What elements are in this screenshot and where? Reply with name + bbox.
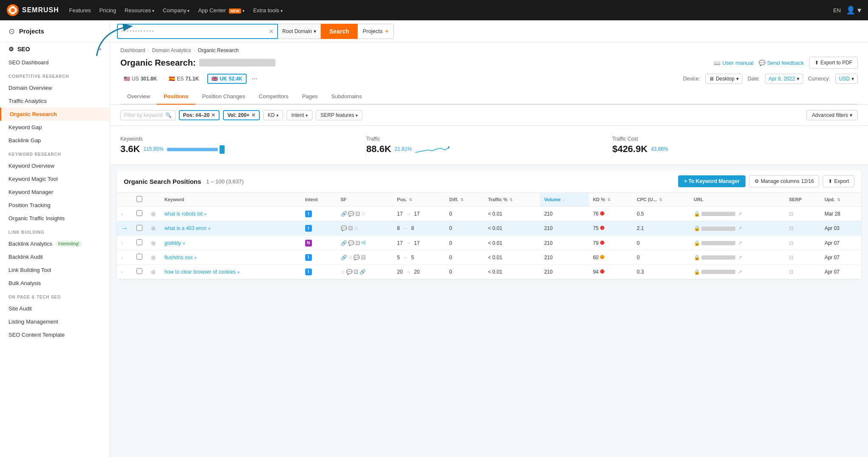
image-icon[interactable]: 🖼 xyxy=(361,255,366,260)
add-keyword-icon[interactable]: ⊕ xyxy=(151,254,156,261)
tab-positions[interactable]: Positions xyxy=(157,89,195,105)
serp-icon[interactable]: ⊡ xyxy=(789,225,793,231)
image-icon[interactable]: 🖼 xyxy=(353,269,359,275)
chip-vol-close[interactable]: ✕ xyxy=(251,112,256,118)
comment-icon[interactable]: 💬 xyxy=(341,225,347,231)
serp-icon[interactable]: ⊡ xyxy=(789,240,793,246)
link-icon[interactable]: 🔗 xyxy=(341,211,347,217)
sidebar-item-domain-overview[interactable]: Domain Overview xyxy=(0,81,110,94)
select-all-checkbox[interactable] xyxy=(136,196,142,202)
sidebar-item-traffic-analytics[interactable]: Traffic Analytics xyxy=(0,94,110,108)
add-keyword-icon[interactable]: ⊕ xyxy=(151,269,156,275)
comment-icon[interactable]: 💬 xyxy=(346,269,353,275)
serp-icon[interactable]: ⊡ xyxy=(789,269,793,275)
sidebar-item-backlink-audit[interactable]: Backlink Audit xyxy=(0,250,110,263)
nav-company[interactable]: Company xyxy=(163,7,189,14)
language-selector[interactable]: EN xyxy=(833,7,841,14)
comment-icon[interactable]: 💬 xyxy=(348,240,354,246)
image-icon[interactable]: 🖼 xyxy=(348,225,353,231)
sidebar-item-backlink-gap[interactable]: Backlink Gap xyxy=(0,134,110,147)
sidebar-item-seo-content-template[interactable]: SEO Content Template xyxy=(0,328,110,341)
more-countries-button[interactable]: ··· xyxy=(252,75,257,83)
tab-position-changes[interactable]: Position Changes xyxy=(195,89,252,105)
sidebar-item-listing-management[interactable]: Listing Management xyxy=(0,315,110,328)
keyword-link[interactable]: how to clear browser of cookies » xyxy=(164,269,240,275)
row-checkbox[interactable] xyxy=(136,239,142,245)
projects-button[interactable]: Projects + xyxy=(358,24,394,39)
image-icon[interactable]: 🖼 xyxy=(355,240,360,246)
nav-pricing[interactable]: Pricing xyxy=(99,7,116,14)
row-checkbox[interactable] xyxy=(136,254,142,260)
sidebar-item-organic-research[interactable]: Organic Research xyxy=(0,108,110,121)
user-manual-link[interactable]: 📖 User manual xyxy=(714,60,754,66)
nav-app-center[interactable]: App Center NEW xyxy=(198,7,245,14)
row-checkbox[interactable] xyxy=(136,210,142,216)
sidebar-item-link-building[interactable]: Link Building Tool xyxy=(0,263,110,277)
nav-resources[interactable]: Resources xyxy=(125,7,154,14)
sidebar-seo-group[interactable]: ⚙ SEO ▾ xyxy=(0,42,110,56)
sidebar-item-keyword-gap[interactable]: Keyword Gap xyxy=(0,121,110,134)
domain-type-dropdown[interactable]: Root Domain ▾ xyxy=(278,24,321,39)
external-link-icon[interactable]: ↗ xyxy=(738,211,742,217)
date-dropdown[interactable]: Apr 8, 2022 ▾ xyxy=(765,74,803,84)
image-icon[interactable]: 🖼 xyxy=(355,211,360,217)
currency-dropdown[interactable]: USD ▾ xyxy=(835,74,858,84)
logo[interactable]: SEMRUSH xyxy=(7,4,59,16)
serp-features-filter-button[interactable]: SERP features ▾ xyxy=(316,110,362,120)
keyword-link[interactable]: what is robots txt » xyxy=(164,211,207,217)
sidebar-item-organic-traffic[interactable]: Organic Traffic Insights xyxy=(0,212,110,225)
star-icon[interactable]: ☆ xyxy=(354,225,359,231)
tab-overview[interactable]: Overview xyxy=(120,89,157,105)
sidebar-item-seo-dashboard[interactable]: SEO Dashboard xyxy=(0,56,110,69)
expand-icon[interactable]: › xyxy=(121,270,122,274)
device-dropdown[interactable]: 🖥 Desktop ▾ xyxy=(705,74,743,84)
sidebar-item-keyword-magic[interactable]: Keyword Magic Tool xyxy=(0,172,110,186)
serp-icon[interactable]: ⊡ xyxy=(789,255,793,260)
external-link-icon[interactable]: ↗ xyxy=(738,269,742,275)
link-icon[interactable]: 🔗 xyxy=(359,269,366,275)
expand-icon[interactable]: › xyxy=(121,212,122,216)
country-us[interactable]: 🇺🇸 US 301.8K xyxy=(120,75,160,83)
external-link-icon[interactable]: ↗ xyxy=(738,225,742,231)
expand-icon[interactable]: › xyxy=(121,241,122,246)
add-keyword-icon[interactable]: ⊕ xyxy=(151,240,156,247)
nav-extra-tools[interactable]: Extra tools xyxy=(253,7,282,14)
sidebar-item-keyword-overview[interactable]: Keyword Overview xyxy=(0,159,110,172)
export-button[interactable]: ⬆ Export xyxy=(823,175,854,187)
breadcrumb-dashboard[interactable]: Dashboard xyxy=(120,47,145,53)
keyword-manager-button[interactable]: + To Keyword Manager xyxy=(678,175,746,187)
sidebar-item-bulk-analysis[interactable]: Bulk Analysis xyxy=(0,277,110,290)
sidebar-item-position-tracking[interactable]: Position Tracking xyxy=(0,199,110,212)
external-link-icon[interactable]: ↗ xyxy=(738,240,742,246)
tab-subdomains[interactable]: Subdomains xyxy=(325,89,369,105)
star-icon[interactable]: ☆ xyxy=(361,211,366,217)
manage-columns-button[interactable]: ⚙ Manage columns 12/16 xyxy=(749,175,819,187)
nav-features[interactable]: Features xyxy=(69,7,91,14)
external-link-icon[interactable]: ↗ xyxy=(738,255,742,260)
sidebar-item-keyword-manager[interactable]: Keyword Manager xyxy=(0,186,110,199)
advanced-filters-button[interactable]: Advanced filters ▾ xyxy=(807,110,858,120)
keyword-filter-input[interactable]: Filter by keyword 🔍 xyxy=(120,110,175,120)
tab-competitors[interactable]: Competitors xyxy=(252,89,295,105)
chip-pos-close[interactable]: ✕ xyxy=(211,112,215,118)
kd-filter-button[interactable]: KD ▾ xyxy=(263,110,284,120)
search-input[interactable] xyxy=(121,28,269,34)
col-volume[interactable]: Volume ↓ xyxy=(540,193,589,207)
add-keyword-icon[interactable]: ⊕ xyxy=(151,225,156,232)
star-icon[interactable]: ☆ xyxy=(348,255,353,260)
search-clear-icon[interactable]: ✕ xyxy=(269,28,274,35)
tab-pages[interactable]: Pages xyxy=(295,89,325,105)
export-pdf-button[interactable]: ⬆ Export to PDF xyxy=(809,57,858,69)
search-button[interactable]: Search xyxy=(321,24,358,39)
keyword-link[interactable]: godddy » xyxy=(164,240,185,246)
keyword-link[interactable]: what is a 403 error » xyxy=(164,225,211,231)
sidebar-projects[interactable]: ⊙ Projects xyxy=(0,20,110,42)
serp-icon[interactable]: ⊡ xyxy=(789,211,793,217)
sidebar-item-site-audit[interactable]: Site Audit xyxy=(0,302,110,315)
star-icon[interactable]: ☆ xyxy=(341,269,345,275)
country-uk[interactable]: 🇬🇧 UK 52.4K xyxy=(207,74,246,84)
add-keyword-icon[interactable]: ⊕ xyxy=(151,210,156,217)
country-es[interactable]: 🇪🇸 ES 71.1K xyxy=(165,75,202,83)
intent-filter-button[interactable]: Intent ▾ xyxy=(287,110,312,120)
row-checkbox[interactable] xyxy=(136,225,142,231)
